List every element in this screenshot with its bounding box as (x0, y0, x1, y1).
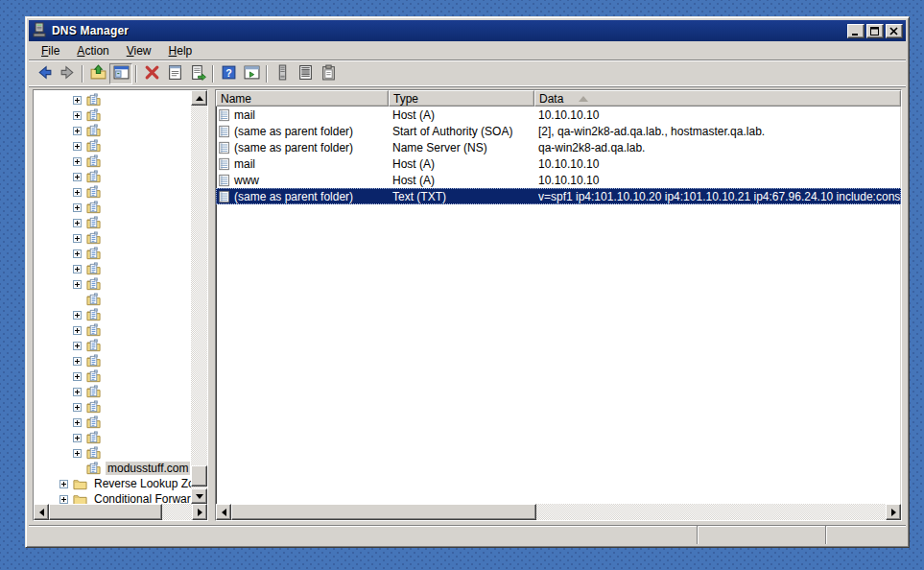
column-header-name[interactable]: Name (216, 90, 389, 107)
expand-plus-icon[interactable] (73, 449, 82, 458)
tree-item[interactable] (34, 292, 191, 307)
record-row[interactable]: (same as parent folder)Start of Authorit… (216, 123, 901, 139)
tree-item[interactable] (34, 338, 191, 353)
tree-item[interactable] (34, 246, 191, 261)
menu-file[interactable]: File (33, 42, 68, 59)
expand-plus-icon[interactable] (73, 96, 82, 105)
tree-item[interactable] (34, 200, 191, 215)
record-row[interactable]: mailHost (A)10.10.10.10 (216, 155, 901, 172)
expand-plus-icon[interactable] (73, 418, 82, 427)
menu-view[interactable]: View (118, 42, 160, 59)
menu-help[interactable]: Help (160, 42, 201, 59)
record-row[interactable]: mailHost (A)10.10.10.10 (216, 107, 901, 123)
expand-plus-icon[interactable] (73, 342, 82, 350)
expand-plus-icon[interactable] (73, 188, 82, 197)
tree-item[interactable] (34, 230, 191, 246)
tree-item[interactable] (34, 123, 191, 138)
tree-item[interactable] (34, 215, 191, 230)
expand-plus-icon[interactable] (73, 157, 82, 166)
expand-plus-icon[interactable] (73, 326, 82, 335)
scrollbar-thumb[interactable] (191, 465, 207, 487)
tree-vertical-scrollbar[interactable] (191, 90, 207, 504)
minimize-button[interactable] (847, 24, 865, 38)
panel-splitter[interactable] (208, 89, 215, 521)
tree-item[interactable] (34, 138, 191, 154)
forward-arrow-button[interactable] (56, 63, 79, 84)
record-row[interactable]: wwwHost (A)10.10.10.10 (216, 172, 901, 188)
expand-plus-icon[interactable] (59, 480, 68, 488)
tree-item[interactable] (34, 154, 191, 169)
expand-plus-icon[interactable] (73, 372, 82, 381)
server-button[interactable] (271, 63, 294, 84)
new-window-button[interactable] (240, 63, 263, 84)
status-section (29, 526, 698, 544)
tree-item[interactable] (34, 384, 191, 399)
tree-item[interactable] (34, 169, 191, 184)
expand-plus-icon[interactable] (73, 111, 82, 120)
tree-item[interactable] (34, 261, 191, 276)
scroll-up-button[interactable] (191, 90, 207, 106)
tree-item[interactable] (34, 399, 191, 415)
column-header-type[interactable]: Type (389, 90, 534, 107)
tree-item[interactable] (34, 184, 191, 200)
expand-plus-icon[interactable] (73, 219, 82, 227)
expand-plus-icon[interactable] (73, 203, 82, 212)
expand-plus-icon[interactable] (73, 234, 82, 243)
expand-plus-icon[interactable] (73, 403, 82, 412)
column-header-data[interactable]: Data (534, 90, 901, 107)
scrollbar-track[interactable] (191, 106, 207, 488)
close-button[interactable] (886, 24, 903, 38)
delete-button[interactable] (140, 63, 163, 84)
tree-item-modusstuff-com[interactable]: modusstuff.com (34, 461, 191, 476)
title-bar[interactable]: DNS Manager (29, 20, 906, 41)
back-arrow-button[interactable] (33, 63, 56, 84)
expand-plus-icon[interactable] (73, 388, 82, 396)
tree-item[interactable] (34, 368, 191, 384)
list-horizontal-scrollbar[interactable] (216, 504, 901, 520)
clipboard-button[interactable] (317, 63, 340, 84)
scrollbar-track[interactable] (536, 504, 886, 520)
scroll-left-button[interactable] (34, 504, 49, 520)
show-console-tree-button[interactable] (109, 63, 132, 84)
tree-item[interactable] (34, 276, 191, 292)
maximize-button[interactable] (866, 24, 884, 38)
scrollbar-thumb[interactable] (231, 504, 536, 520)
up-one-level-button[interactable] (86, 63, 109, 84)
expand-plus-icon[interactable] (73, 173, 82, 181)
tree-item[interactable] (34, 107, 191, 123)
scroll-right-button[interactable] (192, 504, 207, 520)
zone-folder-icon (85, 431, 102, 445)
expand-plus-icon[interactable] (73, 311, 82, 320)
expand-plus-icon[interactable] (73, 142, 82, 151)
scroll-left-button[interactable] (216, 504, 231, 520)
tree-item-conditional-forwarde[interactable]: Conditional Forwarde (34, 491, 191, 504)
properties-button[interactable] (163, 63, 186, 84)
export-list-button[interactable] (186, 63, 209, 84)
tree-item[interactable] (34, 322, 191, 338)
scrollbar-track[interactable] (162, 504, 192, 520)
scroll-down-button[interactable] (191, 488, 207, 504)
scroll-right-button[interactable] (886, 504, 901, 520)
tree-item[interactable] (34, 445, 191, 461)
record-row[interactable]: (same as parent folder)Name Server (NS)q… (216, 139, 901, 155)
tree-item[interactable] (34, 92, 191, 107)
expand-plus-icon[interactable] (73, 357, 82, 366)
scrollbar-thumb[interactable] (49, 504, 162, 520)
tree-item[interactable] (34, 415, 191, 430)
tree-item[interactable] (34, 307, 191, 322)
tree-item[interactable] (34, 430, 191, 445)
expand-plus-icon[interactable] (73, 249, 82, 258)
expand-plus-icon[interactable] (73, 265, 82, 273)
expand-plus-icon[interactable] (59, 495, 68, 504)
tree-item[interactable] (34, 353, 191, 368)
record-list-button[interactable] (294, 63, 317, 84)
tree-item-reverse-lookup-zone[interactable]: Reverse Lookup Zone (34, 476, 191, 491)
expand-plus-icon[interactable] (73, 434, 82, 442)
record-row[interactable]: (same as parent folder)Text (TXT)v=spf1 … (216, 188, 901, 204)
expand-plus-icon[interactable] (73, 127, 82, 135)
expand-plus-icon[interactable] (73, 280, 82, 289)
menu-action[interactable]: Action (68, 42, 117, 59)
help-button[interactable]: ? (217, 63, 240, 84)
tree-horizontal-scrollbar[interactable] (34, 504, 207, 520)
zone-folder-icon (85, 108, 102, 123)
